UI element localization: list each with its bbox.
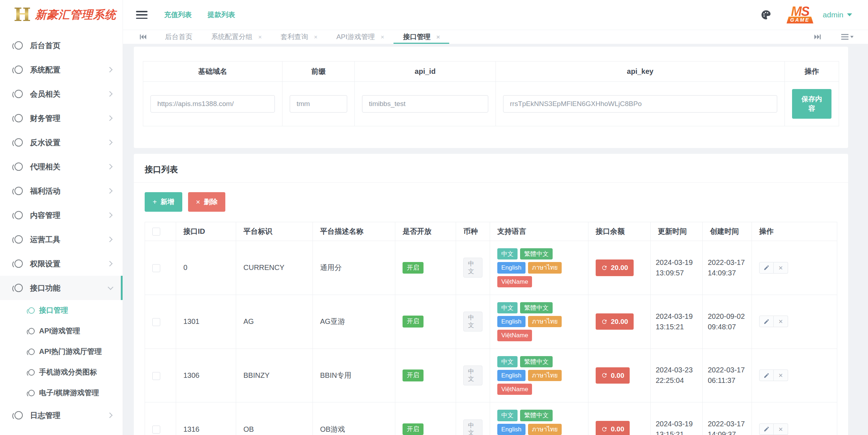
row-select-cell [145,402,176,435]
tab-close-icon[interactable]: × [258,34,262,40]
tab-close-icon[interactable]: × [381,34,384,40]
pencil-icon [763,426,770,432]
user-menu[interactable]: admin [823,10,852,19]
ring-icon [28,307,35,314]
topbar-link-withdraw[interactable]: 提款列表 [208,10,235,20]
sidebar-item[interactable]: 后台首页 [0,33,123,58]
tab-接口管理[interactable]: 接口管理× [393,30,449,44]
sidebar-item[interactable]: 日志管理 [0,403,123,427]
row-checkbox[interactable] [152,372,160,380]
sidebar-subitem[interactable]: 接口管理 [0,300,123,321]
delete-row-button[interactable]: × [774,316,788,327]
edit-button[interactable] [759,262,774,274]
refresh-balance-button[interactable]: 0.00 [596,421,630,435]
refresh-icon [601,372,608,379]
app-root: H 新豪汇管理系统 后台首页系统配置会员相关财务管理反水设置代理相关福利活动内容… [0,0,868,435]
edit-button[interactable] [759,423,774,435]
platform-desc-cell: OB游戏 [313,402,395,435]
tabs-scroll-left-icon[interactable] [136,30,150,44]
select-all-checkbox[interactable] [152,228,160,236]
tab-后台首页[interactable]: 后台首页 [156,30,202,44]
balance-value: 0.00 [611,424,624,434]
sidebar-item-label: 运营工具 [30,235,108,245]
toolbar: + 新增 × 删除 [145,192,837,212]
sidebar-subitem[interactable]: API热门游戏厅管理 [0,341,123,362]
balance-cell: 20.00 [588,295,651,349]
pencil-icon [763,372,770,379]
row-checkbox[interactable] [152,426,160,434]
open-status-cell: 开启 [395,349,456,402]
api-id-input[interactable] [362,95,488,113]
chevron-right-icon [107,261,113,267]
sidebar-subitem[interactable]: 电子/棋牌游戏管理 [0,383,123,403]
column-header: 接口ID [176,222,236,241]
edit-button[interactable] [759,316,774,327]
language-badge: ภาษาไทย [528,370,562,381]
row-select-cell [145,295,176,349]
refresh-balance-button[interactable]: 0.00 [596,367,630,384]
tabs: 后台首页系统配置分组×套利查询×API游戏管理×接口管理× [156,30,810,44]
currency-badge: 中文 [463,258,482,278]
theme-palette-icon[interactable] [761,9,771,20]
api-key-input[interactable] [503,95,777,113]
tabs-menu-icon[interactable] [838,34,857,40]
sidebar-item[interactable]: 代理相关 [0,155,123,179]
sidebar-item[interactable]: 系统配置 [0,58,123,82]
sidebar-item[interactable]: 财务管理 [0,106,123,130]
column-header: 平台描述名称 [313,222,395,241]
chevron-down-icon [847,13,852,16]
refresh-balance-button[interactable]: 20.00 [596,313,634,330]
sidebar-item[interactable]: 接口功能 [0,276,123,300]
sidebar-item[interactable]: 内容管理 [0,203,123,227]
platform-desc-cell: 通用分 [313,241,395,295]
ring-icon [14,114,23,122]
topbar-link-recharge[interactable]: 充值列表 [164,10,192,20]
menu-toggle-icon[interactable] [136,11,148,19]
sidebar: H 新豪汇管理系统 后台首页系统配置会员相关财务管理反水设置代理相关福利活动内容… [0,0,123,435]
tab-API游戏管理[interactable]: API游戏管理× [327,30,394,44]
content: 基础域名 前缀 api_id api_key 操作 [123,44,868,435]
tabs-scroll-right-icon[interactable] [810,34,825,40]
ring-icon [14,66,23,74]
currency-cell: 中文 [456,295,490,349]
row-checkbox[interactable] [152,318,160,326]
close-icon: × [779,372,783,379]
currency-badge: 中文 [463,419,482,435]
chevron-down-icon [108,284,114,290]
delete-row-button[interactable]: × [774,423,788,435]
sidebar-item-label: 接口功能 [30,283,108,293]
row-checkbox[interactable] [152,264,160,272]
sidebar-subitem[interactable]: API游戏管理 [0,321,123,341]
sidebar-item-label: 财务管理 [30,113,108,123]
language-badges: 中文繁體中文EnglishภาษาไทยViệtName [497,356,581,395]
sidebar-item[interactable]: 权限设置 [0,252,123,276]
sidebar-item[interactable]: 福利活动 [0,179,123,203]
currency-badge: 中文 [463,366,482,385]
tab-close-icon[interactable]: × [314,34,318,40]
sidebar-item-label: 后台首页 [30,41,112,51]
pencil-icon [763,318,770,325]
app-logo: H 新豪汇管理系统 [0,0,123,30]
sidebar-item[interactable]: 反水设置 [0,130,123,155]
base-domain-input[interactable] [150,95,275,113]
delete-row-button[interactable]: × [774,369,788,381]
currency-cell: 中文 [456,241,490,295]
column-header: 支持语言 [490,222,588,241]
tab-close-icon[interactable]: × [436,34,440,40]
edit-button[interactable] [759,369,774,381]
tab-label: 后台首页 [165,32,192,42]
sidebar-item[interactable]: 会员相关 [0,82,123,106]
column-header: 前缀 [282,62,355,82]
delete-button[interactable]: × 删除 [188,192,226,212]
tab-套利查询[interactable]: 套利查询× [271,30,327,44]
refresh-balance-button[interactable]: 20.00 [596,259,634,276]
balance-cell: 20.00 [588,241,651,295]
delete-row-button[interactable]: × [774,262,788,274]
sidebar-item[interactable]: 运营工具 [0,227,123,252]
sidebar-subitem[interactable]: 手机游戏分类图标 [0,362,123,383]
tab-系统配置分组[interactable]: 系统配置分组× [202,30,271,44]
add-button[interactable]: + 新增 [145,192,182,212]
tab-label: 系统配置分组 [211,32,252,42]
save-button[interactable]: 保存内容 [792,89,831,119]
prefix-input[interactable] [290,95,347,113]
